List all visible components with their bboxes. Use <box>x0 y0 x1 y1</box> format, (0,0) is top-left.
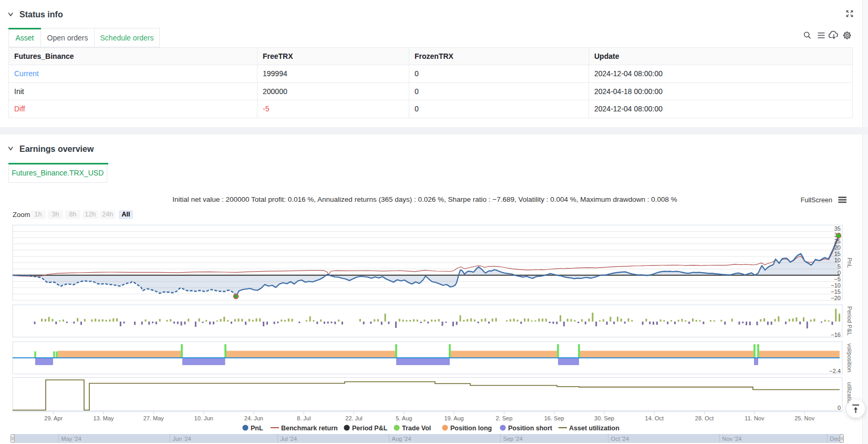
svg-text:0: 0 <box>838 405 841 411</box>
svg-text:−2.4: −2.4 <box>829 368 841 374</box>
svg-text:24. Jun: 24. Jun <box>244 415 263 421</box>
svg-text:11. Nov: 11. Nov <box>745 415 764 421</box>
svg-text:30. Sep: 30. Sep <box>594 415 614 421</box>
svg-text:8. Jul: 8. Jul <box>297 415 311 421</box>
svg-text:Oct '24: Oct '24 <box>611 436 629 442</box>
svg-text:27. May: 27. May <box>143 415 164 421</box>
svg-text:10. Jun: 10. Jun <box>194 415 213 421</box>
svg-text:25: 25 <box>834 238 841 244</box>
svg-text:Nov '24: Nov '24 <box>722 436 742 442</box>
svg-text:Dec: Dec <box>830 436 840 442</box>
svg-text:2. Sep: 2. Sep <box>495 415 512 421</box>
svg-text:35: 35 <box>834 225 841 232</box>
svg-text:10: 10 <box>834 257 841 263</box>
svg-text:Period P&L: Period P&L <box>846 306 853 336</box>
svg-text:16. Sep: 16. Sep <box>544 415 564 421</box>
svg-text:Sep '24: Sep '24 <box>503 436 523 442</box>
svg-text:−15: −15 <box>831 288 841 295</box>
svg-text:PnL: PnL <box>846 257 853 268</box>
svg-text:28. Oct: 28. Oct <box>695 415 714 421</box>
svg-text:Position long: Position long <box>450 425 492 432</box>
svg-text:29. Apr: 29. Apr <box>44 415 63 421</box>
svg-text:Jul '24: Jul '24 <box>281 436 297 442</box>
svg-text:−16: −16 <box>831 332 841 338</box>
svg-text:Asset utilization: Asset utilization <box>569 425 619 432</box>
svg-text:Trade Vol: Trade Vol <box>402 425 431 432</box>
svg-text:22. Jul: 22. Jul <box>345 415 362 421</box>
svg-text:Jun '24: Jun '24 <box>173 436 191 442</box>
svg-text:May '24: May '24 <box>61 436 81 442</box>
svg-text:Position short: Position short <box>508 425 553 432</box>
svg-text:14. Oct: 14. Oct <box>645 415 664 421</box>
svg-text:−20: −20 <box>831 295 841 301</box>
svg-text:13. May: 13. May <box>93 415 114 421</box>
svg-text:Aug '24: Aug '24 <box>392 436 411 442</box>
svg-text:Period P&L: Period P&L <box>352 425 388 432</box>
svg-text:5. Aug: 5. Aug <box>396 415 412 421</box>
svg-text:19. Aug: 19. Aug <box>444 415 463 421</box>
svg-text:25. Nov: 25. Nov <box>794 415 814 421</box>
svg-text:5: 5 <box>838 263 841 270</box>
svg-text:PnL: PnL <box>251 425 263 432</box>
svg-text:0: 0 <box>838 270 841 276</box>
svg-text:vol/position: vol/position <box>846 343 853 372</box>
svg-text:−5: −5 <box>834 276 841 282</box>
svg-text:20: 20 <box>834 244 841 251</box>
svg-text:15: 15 <box>834 251 841 257</box>
svg-text:Benchmark return: Benchmark return <box>281 425 338 432</box>
svg-text:−10: −10 <box>831 282 841 288</box>
